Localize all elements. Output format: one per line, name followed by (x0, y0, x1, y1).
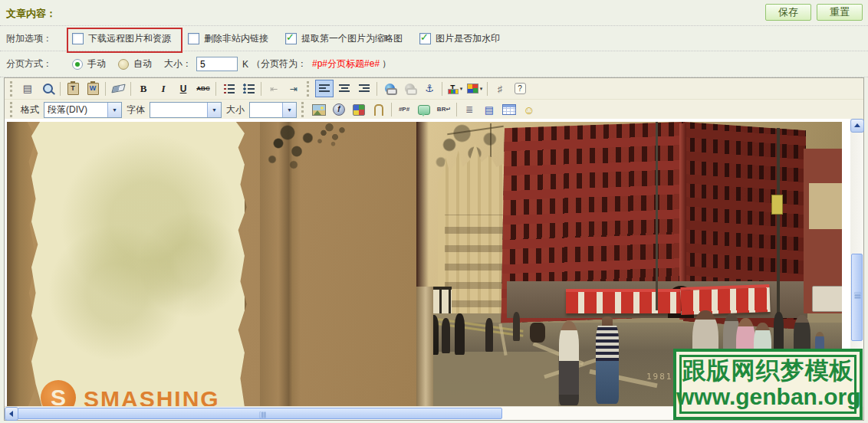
dropdown-arrow-icon[interactable]: ▼ (207, 103, 221, 117)
pedestrian (485, 318, 493, 352)
insert-media-icon[interactable] (350, 101, 368, 119)
radio-button-2[interactable] (118, 59, 129, 70)
scroll-up-button[interactable] (850, 119, 864, 133)
fontsize-select-value (250, 103, 282, 117)
bold-icon: B (140, 84, 147, 93)
option-item-3: 提取第一个图片为缩略图 (285, 32, 403, 45)
insert-link-icon (385, 84, 395, 93)
separator-suffix: ） (382, 57, 391, 70)
pagination-label: 分页方式： (6, 57, 72, 70)
size-label: 大小： (164, 57, 192, 70)
pedestrian-white-shirt (559, 321, 579, 405)
underline-icon[interactable]: U (174, 80, 192, 97)
checkbox-label: 图片是否加水印 (436, 32, 500, 45)
font-select-value (150, 103, 207, 117)
checkbox-4[interactable] (419, 33, 431, 44)
table-grid-icon[interactable]: ♯ (491, 80, 509, 97)
insert-media-icon (353, 104, 365, 116)
dropdown-arrow-icon: ▾ (480, 86, 483, 92)
anchor-icon[interactable]: ⚓ (420, 80, 439, 97)
fill-color-icon (467, 84, 478, 93)
line-break-icon[interactable]: BR↵ (435, 101, 453, 119)
toolbar-separator (456, 103, 457, 116)
dropdown-arrow-icon[interactable]: ▼ (107, 103, 121, 117)
remove-link-icon[interactable] (400, 80, 419, 97)
insert-flash-icon[interactable]: f (330, 101, 348, 119)
page-size-input[interactable] (196, 57, 238, 71)
preview-icon[interactable] (38, 80, 57, 97)
traffic-light-pole (656, 122, 658, 310)
fieldset-icon[interactable]: ≣ (460, 101, 478, 119)
format-select[interactable]: 段落(DIV)▼ (44, 102, 122, 118)
page-break-icon[interactable]: #P# (395, 101, 413, 119)
insert-code-icon: ▤ (485, 105, 494, 115)
text-color-icon: T (447, 83, 459, 94)
align-center-icon[interactable] (335, 80, 353, 97)
traffic-barrier (680, 284, 770, 315)
strikethrough-icon[interactable]: ABC (194, 80, 212, 97)
toolbar-separator (376, 82, 377, 96)
torn-paper-edge (7, 122, 36, 407)
insert-flash-icon: f (333, 103, 345, 116)
remove-format-icon[interactable] (109, 80, 127, 97)
dropdown-arrow-icon[interactable]: ▼ (282, 103, 296, 117)
insert-image-icon[interactable] (310, 101, 328, 119)
source-code-icon[interactable]: ▤ (18, 80, 37, 97)
toolbar-drag-handle (301, 102, 306, 117)
radio-button-1[interactable] (72, 59, 83, 70)
page-title: 文章内容： (6, 7, 56, 21)
horizontal-scroll-thumb[interactable] (18, 408, 502, 419)
align-right-icon (359, 84, 370, 93)
align-right-icon[interactable] (355, 80, 373, 97)
italic-icon: I (161, 84, 165, 93)
indent-icon[interactable]: ⇥ (284, 80, 303, 97)
reset-button[interactable]: 重置 (817, 4, 863, 21)
ordered-list-icon[interactable] (219, 80, 238, 97)
pagination-row: 分页方式： 手动自动 大小： K （分页符为： #p#分页标题#e# ） (0, 51, 868, 77)
yellow-sign (771, 195, 783, 215)
scroll-left-button[interactable] (5, 407, 18, 421)
header-bar: 文章内容： 保存 重置 (0, 0, 868, 26)
italic-icon[interactable]: I (154, 80, 173, 97)
save-button[interactable]: 保存 (765, 4, 811, 21)
unordered-list-icon[interactable] (239, 80, 258, 97)
toolbar-row-1: ▤TWBIUABC⇤⇥⚓T▾▾♯? (5, 78, 863, 100)
quote-bubble-icon[interactable] (415, 101, 433, 119)
far-cream-building (809, 183, 842, 229)
insert-link-icon[interactable] (380, 80, 399, 97)
pagination-mode-1: 手动 (72, 57, 106, 70)
lamppost (777, 128, 780, 315)
outdent-icon[interactable]: ⇤ (265, 80, 283, 97)
paste-word-icon: W (87, 83, 99, 95)
toolbar-separator (105, 82, 106, 96)
font-select[interactable]: ▼ (150, 102, 222, 118)
help-icon[interactable]: ? (511, 80, 529, 97)
insert-code-icon[interactable]: ▤ (480, 101, 498, 119)
toolbar-drag-handle (10, 81, 15, 97)
insert-table-icon (502, 104, 516, 115)
ordered-list-icon (223, 84, 235, 93)
white-van (812, 286, 842, 312)
align-left-icon[interactable] (315, 80, 334, 97)
paste-word-icon[interactable]: W (84, 80, 102, 97)
insert-table-icon[interactable] (500, 101, 518, 119)
insert-attachment-icon (374, 104, 383, 116)
watermark-badge: 跟版网织梦模板 www.genban.org (673, 349, 863, 420)
pedestrian (455, 313, 465, 355)
checkbox-3[interactable] (285, 33, 297, 44)
text-color-icon[interactable]: T▾ (446, 80, 464, 97)
fontsize-label: 大小 (226, 103, 245, 116)
checkbox-2[interactable] (188, 33, 199, 44)
insert-attachment-icon[interactable] (370, 101, 388, 119)
remove-format-icon (111, 84, 125, 93)
emoticon-icon[interactable]: ☺ (520, 101, 538, 119)
option-item-2: 删除非站内链接 (188, 32, 268, 45)
pedestrian-striped-shirt (596, 316, 619, 404)
vertical-scroll-thumb[interactable] (851, 254, 863, 341)
bold-icon[interactable]: B (134, 80, 153, 97)
indent-icon: ⇥ (290, 84, 298, 93)
fill-color-icon[interactable]: ▾ (465, 80, 484, 97)
paste-text-icon[interactable]: T (64, 80, 82, 97)
fontsize-select[interactable]: ▼ (249, 102, 297, 118)
checkbox-label: 删除非站内链接 (204, 32, 268, 45)
